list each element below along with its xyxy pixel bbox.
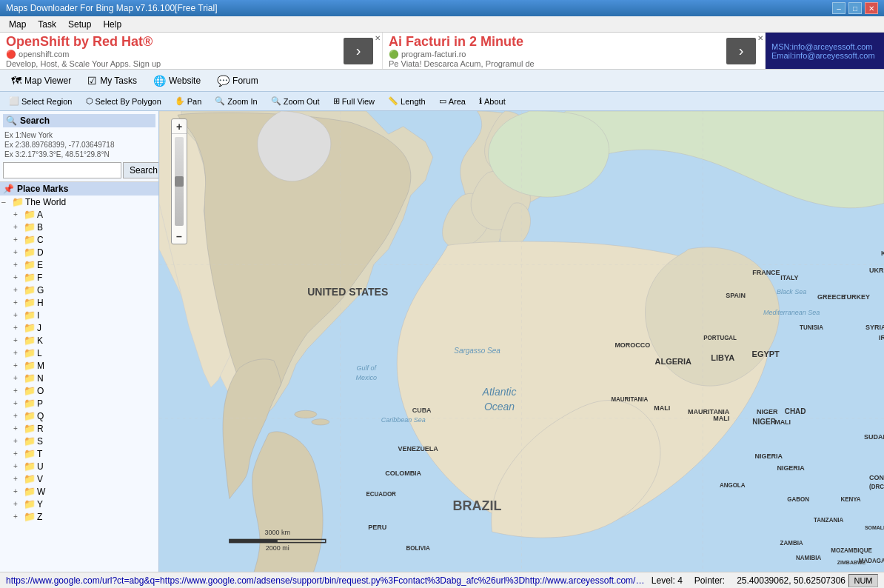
- folder-icon-V: 📁: [24, 473, 36, 484]
- zoom-control: + –: [171, 118, 187, 244]
- tab-my-tasks[interactable]: ☑ My Tasks: [79, 72, 145, 90]
- tree-item-world[interactable]: – 📁 The World: [0, 196, 158, 208]
- folder-icon-B: 📁: [24, 221, 36, 233]
- tree-item-T[interactable]: +📁T: [0, 447, 158, 460]
- tree-label-A: A: [37, 210, 158, 220]
- folder-icon-I: 📁: [24, 310, 36, 321]
- sidebar: 🔍 Search Ex 1:New York Ex 2:38.89768399,…: [0, 111, 159, 572]
- search-input[interactable]: [3, 162, 121, 178]
- tab-forum-label: Forum: [232, 76, 258, 86]
- tree-item-W[interactable]: +📁W: [0, 485, 158, 498]
- tree-toggle-Q: +: [13, 412, 22, 420]
- ad-right-arrow[interactable]: ›: [726, 38, 756, 64]
- zoom-handle[interactable]: [175, 176, 184, 187]
- tree-label-L: L: [37, 348, 158, 358]
- status-pointer: Pointer:: [694, 575, 725, 586]
- tree-label-B: B: [37, 222, 158, 233]
- status-info: Level: 4 Pointer: 25.40039062, 50.625073…: [646, 575, 846, 586]
- title-bar: Maps Downloader For Bing Map v7.16.100[F…: [0, 0, 884, 16]
- tree-item-S[interactable]: +📁S: [0, 435, 158, 447]
- tree-item-C[interactable]: +📁C: [0, 233, 158, 246]
- ad-right-close[interactable]: ✕: [757, 34, 763, 42]
- full-view-label: Full View: [342, 97, 375, 106]
- zoom-out-button[interactable]: 🔍 Zoom Out: [265, 94, 326, 109]
- search-button[interactable]: Search: [123, 162, 159, 178]
- ad-left-arrow[interactable]: ›: [344, 38, 373, 64]
- svg-text:EGYPT: EGYPT: [752, 350, 780, 358]
- tab-forum[interactable]: 💬 Forum: [209, 72, 267, 90]
- svg-text:NAMIBIA: NAMIBIA: [796, 555, 821, 561]
- svg-text:MALI: MALI: [713, 415, 729, 422]
- tree-label-F: F: [37, 273, 158, 283]
- folder-icon-K: 📁: [24, 335, 36, 346]
- tree-item-P[interactable]: +📁P: [0, 397, 158, 410]
- tree-label-D: D: [37, 247, 158, 258]
- tree-item-D[interactable]: +📁D: [0, 246, 158, 258]
- tree-item-H[interactable]: +📁H: [0, 296, 158, 309]
- menu-help[interactable]: Help: [97, 18, 127, 31]
- select-polygon-icon: ⬡: [86, 96, 93, 106]
- svg-text:TURKEY: TURKEY: [843, 293, 870, 301]
- area-button[interactable]: ▭ Area: [433, 94, 472, 109]
- select-polygon-button[interactable]: ⬡ Select By Polygon: [80, 94, 167, 109]
- menu-map[interactable]: Map: [3, 18, 32, 31]
- svg-text:NIGER: NIGER: [757, 408, 778, 415]
- svg-text:LIBYA: LIBYA: [711, 353, 734, 362]
- tree-label-U: U: [37, 461, 158, 472]
- tree-item-K[interactable]: +📁K: [0, 334, 158, 347]
- tree-item-G[interactable]: +📁G: [0, 284, 158, 296]
- about-button[interactable]: ℹ About: [473, 94, 512, 109]
- svg-text:NIGER: NIGER: [752, 418, 776, 426]
- svg-point-3: [312, 419, 329, 425]
- zoom-minus-button[interactable]: –: [172, 229, 187, 244]
- length-button[interactable]: 📏 Length: [382, 94, 432, 109]
- svg-text:SYRIA: SYRIA: [865, 324, 884, 331]
- tree-item-J[interactable]: +📁J: [0, 321, 158, 334]
- menu-setup[interactable]: Setup: [62, 18, 97, 31]
- tree-item-Z[interactable]: +📁Z: [0, 510, 158, 523]
- tree-label-G: G: [37, 285, 158, 295]
- folder-icon-U: 📁: [24, 461, 36, 472]
- tree-item-U[interactable]: +📁U: [0, 460, 158, 472]
- tree-item-A[interactable]: +📁A: [0, 208, 158, 221]
- tree-item-E[interactable]: +📁E: [0, 258, 158, 271]
- tree-item-Y[interactable]: +📁Y: [0, 498, 158, 510]
- tree-item-F[interactable]: +📁F: [0, 271, 158, 284]
- svg-text:Mexico: Mexico: [355, 374, 376, 381]
- map-area[interactable]: UNITED STATES BRAZIL SOUTH AMERICA Atlan…: [159, 111, 884, 572]
- maximize-button[interactable]: □: [848, 2, 862, 14]
- pan-button[interactable]: ✋ Pan: [169, 94, 208, 109]
- tab-website[interactable]: 🌐 Website: [145, 72, 209, 90]
- tree-item-R[interactable]: +📁R: [0, 422, 158, 435]
- svg-text:BOLIVIA: BOLIVIA: [406, 545, 429, 552]
- tab-map-viewer[interactable]: 🗺 Map Viewer: [3, 72, 79, 90]
- tree-item-M[interactable]: +📁M: [0, 359, 158, 372]
- close-button[interactable]: ✕: [865, 2, 878, 14]
- tree-item-V[interactable]: +📁V: [0, 472, 158, 485]
- tree-item-Q[interactable]: +📁Q: [0, 410, 158, 422]
- tree-item-L[interactable]: +📁L: [0, 347, 158, 359]
- tree-toggle-G: +: [13, 286, 22, 294]
- tree-item-O[interactable]: +📁O: [0, 384, 158, 397]
- svg-text:GREECE: GREECE: [817, 293, 846, 301]
- zoom-in-button[interactable]: 🔍 Zoom In: [209, 94, 263, 109]
- select-region-button[interactable]: ⬜ Select Region: [3, 94, 78, 109]
- zoom-plus-button[interactable]: +: [172, 119, 187, 134]
- tree-item-I[interactable]: +📁I: [0, 309, 158, 321]
- website-icon: 🌐: [153, 75, 166, 87]
- tree-item-N[interactable]: +📁N: [0, 372, 158, 384]
- folder-icon-F: 📁: [24, 272, 36, 283]
- folder-icon-J: 📁: [24, 322, 36, 333]
- tree-toggle-M: +: [13, 361, 22, 370]
- menu-task[interactable]: Task: [32, 18, 62, 31]
- contact-msn: MSN:info@arceyessoft.com: [771, 42, 878, 51]
- tree-item-B[interactable]: +📁B: [0, 221, 158, 233]
- svg-text:PORTUGAL: PORTUGAL: [703, 335, 737, 341]
- my-tasks-icon: ☑: [87, 75, 97, 87]
- folder-icon-R: 📁: [24, 423, 36, 434]
- folder-icon-C: 📁: [24, 234, 36, 245]
- ad-left-close[interactable]: ✕: [375, 34, 381, 42]
- minimize-button[interactable]: –: [832, 2, 846, 14]
- svg-text:CHAD: CHAD: [785, 407, 806, 415]
- full-view-button[interactable]: ⊞ Full View: [327, 94, 381, 109]
